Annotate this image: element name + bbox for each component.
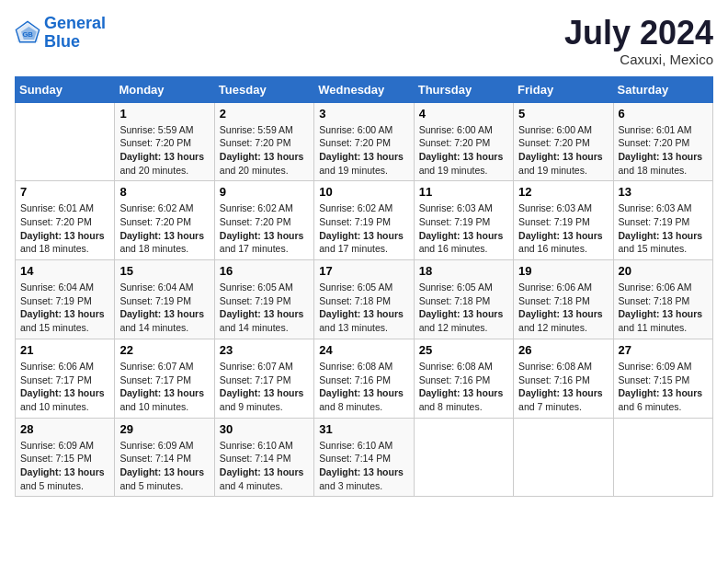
calendar-cell: 6Sunrise: 6:01 AMSunset: 7:20 PMDaylight… (613, 102, 712, 181)
logo-icon: GB (15, 20, 40, 46)
day-number: 7 (20, 185, 109, 199)
calendar-cell: 28Sunrise: 6:09 AMSunset: 7:15 PMDayligh… (16, 418, 115, 497)
calendar-cell: 11Sunrise: 6:03 AMSunset: 7:19 PMDayligh… (414, 181, 513, 260)
calendar-cell: 9Sunrise: 6:02 AMSunset: 7:20 PMDaylight… (214, 181, 313, 260)
day-number: 23 (220, 343, 309, 357)
calendar-cell: 14Sunrise: 6:04 AMSunset: 7:19 PMDayligh… (16, 260, 115, 339)
calendar-cell: 2Sunrise: 5:59 AMSunset: 7:20 PMDaylight… (214, 102, 313, 181)
calendar-cell: 17Sunrise: 6:05 AMSunset: 7:18 PMDayligh… (314, 260, 414, 339)
day-info: Sunrise: 6:03 AMSunset: 7:19 PMDaylight:… (419, 201, 508, 256)
calendar-cell: 24Sunrise: 6:08 AMSunset: 7:16 PMDayligh… (314, 339, 414, 418)
day-number: 31 (319, 422, 408, 436)
day-info: Sunrise: 6:06 AMSunset: 7:18 PMDaylight:… (619, 281, 708, 335)
day-number: 16 (220, 264, 309, 278)
calendar-cell: 20Sunrise: 6:06 AMSunset: 7:18 PMDayligh… (613, 260, 712, 339)
calendar-cell: 26Sunrise: 6:08 AMSunset: 7:16 PMDayligh… (514, 339, 613, 418)
day-info: Sunrise: 6:03 AMSunset: 7:19 PMDaylight:… (619, 201, 708, 256)
calendar-cell: 15Sunrise: 6:04 AMSunset: 7:19 PMDayligh… (115, 260, 214, 339)
calendar-cell: 18Sunrise: 6:05 AMSunset: 7:18 PMDayligh… (414, 260, 513, 339)
calendar-week-row: 7Sunrise: 6:01 AMSunset: 7:20 PMDaylight… (16, 181, 713, 260)
weekday-header: Thursday (414, 76, 513, 102)
day-info: Sunrise: 5:59 AMSunset: 7:20 PMDaylight:… (119, 123, 209, 178)
day-info: Sunrise: 6:02 AMSunset: 7:20 PMDaylight:… (119, 201, 209, 256)
calendar-cell: 25Sunrise: 6:08 AMSunset: 7:16 PMDayligh… (414, 339, 513, 418)
calendar-cell: 13Sunrise: 6:03 AMSunset: 7:19 PMDayligh… (613, 181, 712, 260)
logo: GB GeneralBlue (15, 15, 106, 52)
day-number: 28 (20, 422, 109, 436)
day-number: 3 (319, 107, 408, 121)
day-number: 6 (619, 107, 708, 121)
day-info: Sunrise: 6:05 AMSunset: 7:18 PMDaylight:… (319, 281, 408, 335)
day-info: Sunrise: 6:00 AMSunset: 7:20 PMDaylight:… (319, 123, 408, 178)
day-number: 22 (119, 343, 209, 357)
calendar-cell: 8Sunrise: 6:02 AMSunset: 7:20 PMDaylight… (115, 181, 214, 260)
calendar-cell: 16Sunrise: 6:05 AMSunset: 7:19 PMDayligh… (214, 260, 313, 339)
calendar-week-row: 14Sunrise: 6:04 AMSunset: 7:19 PMDayligh… (16, 260, 713, 339)
day-info: Sunrise: 6:08 AMSunset: 7:16 PMDaylight:… (319, 360, 408, 414)
calendar-cell: 29Sunrise: 6:09 AMSunset: 7:14 PMDayligh… (115, 418, 214, 497)
month-title: July 2024 (564, 15, 713, 52)
calendar-table: SundayMondayTuesdayWednesdayThursdayFrid… (15, 76, 713, 498)
day-number: 8 (119, 185, 209, 199)
page-header: GB GeneralBlue July 2024 Caxuxi, Mexico (15, 15, 713, 67)
calendar-cell: 3Sunrise: 6:00 AMSunset: 7:20 PMDaylight… (314, 102, 414, 181)
day-number: 27 (619, 343, 708, 357)
day-info: Sunrise: 6:06 AMSunset: 7:17 PMDaylight:… (20, 360, 109, 414)
day-number: 5 (518, 107, 608, 121)
day-number: 17 (319, 264, 408, 278)
calendar-cell: 30Sunrise: 6:10 AMSunset: 7:14 PMDayligh… (214, 418, 313, 497)
day-info: Sunrise: 6:10 AMSunset: 7:14 PMDaylight:… (220, 439, 309, 493)
calendar-cell: 31Sunrise: 6:10 AMSunset: 7:14 PMDayligh… (314, 418, 414, 497)
day-number: 20 (619, 264, 708, 278)
calendar-cell: 22Sunrise: 6:07 AMSunset: 7:17 PMDayligh… (115, 339, 214, 418)
day-info: Sunrise: 6:01 AMSunset: 7:20 PMDaylight:… (619, 123, 708, 178)
day-number: 2 (220, 107, 309, 121)
day-info: Sunrise: 6:04 AMSunset: 7:19 PMDaylight:… (20, 281, 109, 335)
day-number: 1 (119, 107, 209, 121)
day-number: 25 (419, 343, 508, 357)
logo-text: GeneralBlue (44, 15, 106, 52)
day-number: 18 (419, 264, 508, 278)
day-number: 4 (419, 107, 508, 121)
calendar-cell: 19Sunrise: 6:06 AMSunset: 7:18 PMDayligh… (514, 260, 613, 339)
day-info: Sunrise: 6:09 AMSunset: 7:14 PMDaylight:… (119, 439, 209, 493)
weekday-header: Saturday (613, 76, 712, 102)
day-info: Sunrise: 6:05 AMSunset: 7:18 PMDaylight:… (419, 281, 508, 335)
day-number: 19 (518, 264, 608, 278)
day-number: 14 (20, 264, 109, 278)
day-info: Sunrise: 6:00 AMSunset: 7:20 PMDaylight:… (419, 123, 508, 178)
svg-text:GB: GB (22, 30, 33, 39)
calendar-week-row: 28Sunrise: 6:09 AMSunset: 7:15 PMDayligh… (16, 418, 713, 497)
day-info: Sunrise: 6:01 AMSunset: 7:20 PMDaylight:… (20, 201, 109, 256)
calendar-cell (613, 418, 712, 497)
calendar-cell: 27Sunrise: 6:09 AMSunset: 7:15 PMDayligh… (613, 339, 712, 418)
day-info: Sunrise: 6:07 AMSunset: 7:17 PMDaylight:… (220, 360, 309, 414)
calendar-cell (514, 418, 613, 497)
day-number: 24 (319, 343, 408, 357)
calendar-cell: 1Sunrise: 5:59 AMSunset: 7:20 PMDaylight… (115, 102, 214, 181)
day-number: 26 (518, 343, 608, 357)
day-number: 9 (220, 185, 309, 199)
weekday-header: Monday (115, 76, 214, 102)
calendar-week-row: 1Sunrise: 5:59 AMSunset: 7:20 PMDaylight… (16, 102, 713, 181)
weekday-header: Sunday (16, 76, 115, 102)
day-number: 10 (319, 185, 408, 199)
day-number: 15 (119, 264, 209, 278)
calendar-cell (16, 102, 115, 181)
day-info: Sunrise: 6:07 AMSunset: 7:17 PMDaylight:… (119, 360, 209, 414)
title-block: July 2024 Caxuxi, Mexico (564, 15, 713, 67)
day-info: Sunrise: 6:08 AMSunset: 7:16 PMDaylight:… (518, 360, 608, 414)
day-info: Sunrise: 6:05 AMSunset: 7:19 PMDaylight:… (220, 281, 309, 335)
calendar-week-row: 21Sunrise: 6:06 AMSunset: 7:17 PMDayligh… (16, 339, 713, 418)
calendar-cell: 21Sunrise: 6:06 AMSunset: 7:17 PMDayligh… (16, 339, 115, 418)
calendar-cell: 4Sunrise: 6:00 AMSunset: 7:20 PMDaylight… (414, 102, 513, 181)
day-number: 13 (619, 185, 708, 199)
location: Caxuxi, Mexico (564, 52, 713, 67)
calendar-cell: 10Sunrise: 6:02 AMSunset: 7:19 PMDayligh… (314, 181, 414, 260)
day-info: Sunrise: 6:04 AMSunset: 7:19 PMDaylight:… (119, 281, 209, 335)
day-number: 11 (419, 185, 508, 199)
day-number: 30 (220, 422, 309, 436)
calendar-cell (414, 418, 513, 497)
day-info: Sunrise: 6:06 AMSunset: 7:18 PMDaylight:… (518, 281, 608, 335)
calendar-cell: 23Sunrise: 6:07 AMSunset: 7:17 PMDayligh… (214, 339, 313, 418)
